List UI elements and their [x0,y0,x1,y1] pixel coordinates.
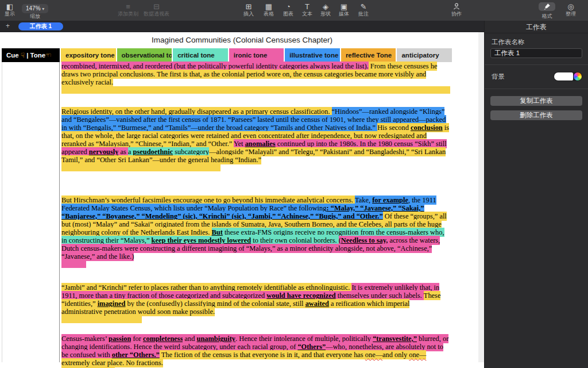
media-label: 媒体 [339,11,349,17]
toolbar: ◧ 显示 147% ▾ 缩放 ≡ 添加类别 ⊟ 数据透视表 ⊞ 插入 ▦ 表格 … [0,0,588,21]
table-icon: ▦ [264,2,274,11]
insert-label: 插入 [243,11,254,17]
collaborate-icon [451,2,462,11]
duplicate-sheet-button[interactable]: 复制工作表 [490,96,582,106]
cue-text: Cue [6,52,21,59]
text-run: one— [365,350,382,359]
chart-label: 图表 [283,11,293,17]
view-button[interactable]: ◧ 显示 [5,2,15,17]
text-label: 文本 [302,11,312,17]
shapes-icon: ◈ [320,2,331,11]
format-sidebar: 工作表 工作表名称 工作表 1 背景 复制工作表 删除工作表 [484,21,588,368]
chart-button[interactable]: ◔ 图表 [283,2,293,17]
shapes-label: 形状 [320,11,331,17]
text-run: awaited [305,299,329,308]
text-run: one— [409,350,426,359]
legend-cell[interactable]: ironic tone [229,48,284,62]
sidebar-icon: ◧ [5,2,15,11]
insert-button[interactable]: ⊞ 插入 [243,2,254,17]
table-left-column[interactable] [2,62,60,362]
shapes-button[interactable]: ◈ 形状 [320,2,331,17]
sheet-canvas: Imagined Communities (Colonial Censuses … [0,32,484,368]
cue-text: | Tone [25,52,45,59]
legend-row: Cue ☟ | Tone☜ expository toneobservation… [2,48,452,62]
background-label: 背景 [492,72,505,81]
arrange-button[interactable]: ◎ 整理 [566,2,576,17]
sheet-name-input[interactable]: 工作表 1 [490,48,582,58]
paragraph[interactable]: Census-makers’ passion for completeness … [61,335,451,368]
text-button[interactable]: T 文本 [302,2,312,17]
pivot-table-label: 数据透视表 [144,11,169,17]
point-left-icon: ☜ [45,52,51,59]
add-category-label: 添加类别 [118,11,138,17]
comment-button[interactable]: ✎ 批注 [358,2,369,17]
text-run: extremely clear place. No fractions. [61,358,163,367]
pivot-table-icon: ⊟ [144,2,169,11]
arrange-icon: ◎ [566,2,576,11]
legend-cell[interactable]: anticipatory [397,48,452,62]
text-icon: T [302,2,312,11]
background-control[interactable] [554,72,582,81]
zoom-control[interactable]: 147% ▾ 缩放 [22,2,48,20]
format-brush-icon [543,3,551,10]
chart-icon: ◔ [283,2,293,11]
paragraph[interactable]: But Hirschman’s wonderful facsimiles enc… [61,196,451,268]
format-pill [539,2,555,11]
table-label: 表格 [264,11,274,17]
sheet-tab-bar: + 工作表 1 [0,21,484,32]
sheet-tab[interactable]: 工作表 1 [18,22,63,30]
legend-cell[interactable]: reflective Tone [341,48,396,62]
view-label: 显示 [5,11,15,17]
highlight-trail [61,86,450,94]
legend-cell[interactable]: illustrative tone [285,48,340,62]
add-category-icon: ≡ [118,2,138,11]
sheet-name-label: 工作表名称 [492,38,525,47]
comment-icon: ✎ [358,2,369,11]
zoom-label: 缩放 [22,13,48,20]
add-sheet-button[interactable]: + [6,22,10,30]
highlight-trail [61,260,86,268]
legend-cell[interactable]: expository tone [61,48,116,62]
pivot-table-button: ⊟ 数据透视表 [144,2,169,17]
point-down-icon: ☟ [21,52,25,59]
media-icon: ▣ [339,2,349,11]
insert-icon: ⊞ [243,2,254,11]
paragraph[interactable]: Religious identity, on the other hand, g… [61,108,451,171]
legend-cell[interactable]: critical tone [173,48,228,62]
format-label: 格式 [539,13,555,20]
arrange-label: 整理 [566,11,576,17]
divider [485,64,588,65]
delete-sheet-button[interactable]: 删除工作表 [490,110,582,120]
highlight-trail [61,316,142,323]
add-category-button: ≡ 添加类别 [118,2,138,17]
background-color-swatch[interactable] [554,72,573,80]
format-button[interactable]: 格式 [539,2,555,20]
body-text[interactable]: recombined, intermixed, and reordered (b… [61,62,451,368]
text-run: The fiction of the census is that everyo… [160,350,365,359]
legend-cell[interactable]: observational tone [117,48,172,62]
zoom-button[interactable]: 147% ▾ [22,4,48,13]
text-run: and only [382,350,409,359]
highlight-trail [61,164,220,171]
divider [485,89,588,89]
vertical-scroll-gutter [478,32,484,362]
document-title: Imagined Communities (Colonial Censuses … [0,36,484,44]
media-button[interactable]: ▣ 媒体 [339,2,349,17]
sidebar-header: 工作表 [485,21,588,33]
color-wheel-button[interactable] [574,72,582,80]
paragraph[interactable]: recombined, intermixed, and reordered (b… [61,62,451,94]
chevron-down-icon: ▾ [42,6,44,12]
paragraph[interactable]: “Jambi” and “Krinchi” refer to places ra… [61,283,451,323]
content-table: Cue ☟ | Tone☜ expository toneobservation… [2,48,452,62]
collaborate-label: 协作 [451,11,462,17]
comment-label: 批注 [358,11,369,17]
collaborate-button[interactable]: 协作 [451,2,462,17]
table-button[interactable]: ▦ 表格 [264,2,274,17]
legend-cue-cell[interactable]: Cue ☟ | Tone☜ [2,48,60,62]
